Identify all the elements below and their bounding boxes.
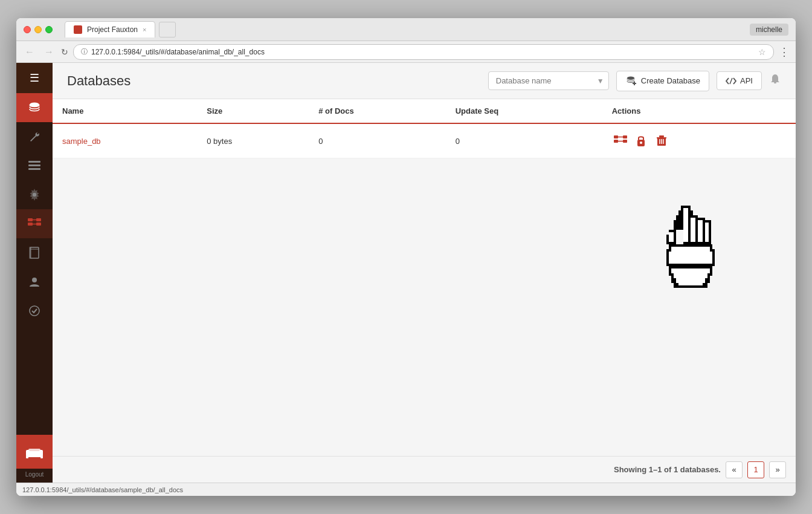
- minimize-button[interactable]: [34, 26, 42, 33]
- create-db-label: Create Database: [641, 76, 700, 85]
- maximize-button[interactable]: [45, 26, 53, 33]
- svg-rect-22: [40, 456, 43, 458]
- bookmark-icon[interactable]: ☆: [758, 47, 766, 57]
- svg-rect-1: [28, 161, 40, 163]
- main-content: Databases ▼: [53, 63, 796, 483]
- col-name: Name: [53, 99, 197, 123]
- svg-point-35: [640, 142, 642, 144]
- lock-icon: ⓘ: [81, 47, 88, 56]
- db-name-cell: sample_db: [53, 123, 197, 158]
- svg-rect-37: [659, 135, 664, 137]
- app-layout: ☰: [16, 63, 796, 483]
- svg-rect-31: [623, 140, 627, 143]
- sidebar-item-list[interactable]: [16, 151, 53, 180]
- svg-point-5: [33, 193, 36, 197]
- tab-title: Project Fauxton: [87, 25, 138, 34]
- col-update-seq: Update Seq: [446, 99, 602, 123]
- svg-point-16: [30, 306, 39, 316]
- db-docs-cell: 0: [309, 123, 445, 158]
- sidebar-item-settings[interactable]: [16, 180, 53, 209]
- delete-button[interactable]: [653, 132, 670, 149]
- svg-rect-29: [614, 140, 618, 143]
- prev-page-button[interactable]: «: [726, 461, 743, 478]
- action-icons: [612, 132, 786, 149]
- current-page[interactable]: 1: [747, 461, 764, 478]
- status-url: 127.0.0.1:5984/_utils/#/database/sample_…: [22, 486, 183, 493]
- browser-tab[interactable]: Project Fauxton ×: [65, 21, 155, 37]
- create-database-button[interactable]: Create Database: [616, 71, 709, 91]
- sidebar-item-replication[interactable]: [16, 209, 53, 238]
- table-header-row: Name Size # of Docs Update Seq Actions: [53, 99, 796, 123]
- svg-rect-9: [36, 223, 41, 226]
- browser-menu-button[interactable]: ⋮: [779, 45, 790, 59]
- tab-close-button[interactable]: ×: [143, 26, 146, 33]
- svg-rect-8: [36, 218, 41, 221]
- url-text: 127.0.0.1:5984/_utils/#/database/animal_…: [91, 48, 755, 56]
- refresh-button[interactable]: ↻: [61, 47, 68, 57]
- tab-favicon: [74, 25, 82, 34]
- svg-rect-7: [28, 223, 33, 226]
- api-icon: [726, 77, 736, 85]
- db-actions-cell: [602, 123, 796, 158]
- title-bar: Project Fauxton × michelle: [16, 18, 796, 41]
- page-title: Databases: [67, 73, 488, 89]
- col-actions: Actions: [602, 99, 796, 123]
- svg-line-26: [730, 78, 732, 84]
- create-db-icon: [625, 76, 636, 86]
- sidebar-bottom: Logout: [16, 435, 53, 483]
- db-name-input-wrapper: ▼: [488, 71, 609, 90]
- sidebar-item-user[interactable]: [16, 267, 53, 296]
- sidebar-item-wrench[interactable]: [16, 122, 53, 151]
- svg-rect-21: [26, 456, 28, 458]
- wrench-icon: [28, 131, 40, 143]
- lock-icon: [636, 135, 646, 147]
- replicate-icon: [614, 135, 627, 146]
- svg-point-15: [32, 278, 37, 282]
- db-name-link[interactable]: sample_db: [62, 137, 101, 146]
- back-button[interactable]: ←: [22, 45, 37, 59]
- table-area: Name Size # of Docs Update Seq Actions s…: [53, 99, 796, 456]
- col-docs: # of Docs: [309, 99, 445, 123]
- url-bar[interactable]: ⓘ 127.0.0.1:5984/_utils/#/database/anima…: [73, 44, 774, 60]
- list-icon: [28, 160, 40, 171]
- svg-rect-27: [774, 82, 776, 83]
- database-icon: [28, 101, 41, 114]
- databases-table: Name Size # of Docs Update Seq Actions s…: [53, 99, 796, 158]
- gear-icon: [28, 189, 40, 201]
- user-badge: michelle: [750, 24, 788, 36]
- replication-icon: [28, 218, 41, 229]
- sidebar: ☰: [16, 63, 53, 483]
- traffic-lights: [24, 26, 53, 33]
- db-size-cell: 0 bytes: [197, 123, 309, 158]
- sidebar-item-docs[interactable]: [16, 238, 53, 267]
- couch-icon: [24, 444, 45, 460]
- hamburger-icon[interactable]: ☰: [30, 71, 39, 85]
- svg-rect-3: [28, 168, 40, 170]
- table-row: sample_db 0 bytes 0 0: [53, 123, 796, 158]
- svg-rect-6: [28, 218, 33, 221]
- api-label: API: [740, 76, 753, 85]
- svg-rect-28: [614, 135, 618, 138]
- svg-rect-2: [28, 164, 40, 166]
- sidebar-item-databases[interactable]: [16, 93, 53, 122]
- sidebar-item-verify[interactable]: [16, 296, 53, 325]
- sidebar-couch-logo: [16, 435, 53, 469]
- db-name-input[interactable]: [488, 71, 609, 90]
- address-bar: ← → ↻ ⓘ 127.0.0.1:5984/_utils/#/database…: [16, 41, 796, 63]
- trash-icon: [657, 135, 666, 147]
- close-button[interactable]: [24, 26, 31, 33]
- logout-label[interactable]: Logout: [25, 471, 44, 478]
- svg-rect-38: [657, 137, 666, 138]
- forward-button[interactable]: →: [42, 45, 56, 59]
- next-page-button[interactable]: »: [769, 461, 786, 478]
- security-button[interactable]: [633, 132, 649, 149]
- notifications-button[interactable]: [769, 73, 781, 88]
- pagination-info: Showing 1–1 of 1 databases.: [614, 465, 721, 474]
- sidebar-top: ☰: [16, 63, 53, 93]
- databases-label: databases.: [678, 465, 721, 474]
- api-button[interactable]: API: [717, 71, 762, 90]
- replicate-button[interactable]: [612, 132, 629, 149]
- db-update-seq-cell: 0: [446, 123, 602, 158]
- showing-text: Showing 1–1 of: [614, 465, 674, 474]
- new-tab-button[interactable]: [159, 22, 176, 37]
